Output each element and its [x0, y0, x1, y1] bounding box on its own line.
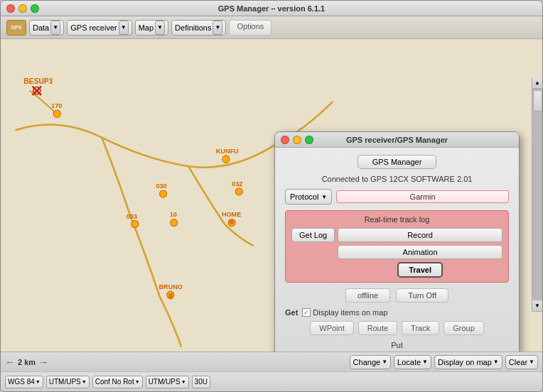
svg-text:BRUNO: BRUNO: [159, 283, 183, 290]
dialog-body: GPS Manager Connected to GPS 12CX SOFTWA…: [275, 148, 519, 352]
wpoint-get-button[interactable]: WPoint: [310, 321, 353, 335]
datum-dropdown[interactable]: WGS 84 ▼: [5, 376, 43, 388]
get-buttons-row: WPoint Route Track Group: [285, 321, 509, 335]
svg-point-9: [160, 190, 167, 197]
change-dropdown[interactable]: Change ▼: [350, 355, 391, 369]
realtime-track-log-box: Real-time track log Get Log Record Anima…: [285, 210, 509, 283]
rtl-title: Real-time track log: [291, 215, 502, 224]
svg-point-13: [131, 221, 139, 228]
svg-text:033: 033: [127, 213, 137, 220]
rtl-buttons: Get Log Record Animation Travel: [291, 228, 502, 278]
datum-arrow: ▼: [36, 379, 41, 384]
svg-point-7: [222, 156, 230, 163]
scroll-down-arrow[interactable]: ▼: [532, 300, 543, 312]
dialog-title-bar: GPS receiver/GPS Manager: [275, 132, 519, 148]
get-row: Get ✓ Display items on map: [285, 308, 509, 317]
svg-text:032: 032: [232, 180, 242, 187]
dialog-title: GPS receiver/GPS Manager: [346, 136, 448, 144]
group-get-button[interactable]: Group: [443, 321, 484, 335]
scale-right-arrow: →: [38, 356, 48, 368]
scale-bar: ← 2 km → Change ▼ Locate ▼ Display on ma…: [1, 352, 542, 371]
svg-point-15: [171, 219, 178, 227]
protocol-row: Protocol ▼ Garmin: [285, 189, 509, 205]
maximize-button[interactable]: [31, 4, 39, 13]
map-area[interactable]: BESUP3 170 KUNFU 030 032: [1, 39, 542, 352]
record-button[interactable]: Record: [338, 228, 502, 242]
close-button[interactable]: [6, 4, 15, 13]
scale-bar-content: ← 2 km →: [5, 356, 347, 368]
main-window: GPS Manager – version 6.1.1 GPS Data ▼ G…: [0, 0, 543, 392]
coord-arrow: ▼: [82, 379, 87, 384]
dialog-gps-manager: GPS receiver/GPS Manager GPS Manager Con…: [274, 131, 520, 352]
svg-text:KUNFU: KUNFU: [216, 148, 239, 155]
put-label: Put: [285, 341, 509, 349]
coord2-dropdown[interactable]: UTM/UPS ▼: [146, 376, 189, 388]
protocol-arrow: ▼: [321, 194, 327, 200]
display-on-map-dropdown[interactable]: Display on map ▼: [434, 355, 502, 369]
scale-left-arrow: ←: [5, 356, 15, 368]
gps-manager-button[interactable]: GPS Manager: [357, 155, 437, 169]
svg-rect-21: [169, 293, 173, 299]
protocol-value: Garmin: [336, 190, 509, 203]
coord-dropdown[interactable]: UTM/UPS ▼: [46, 376, 90, 388]
map-scrollbar[interactable]: ▲ ▼: [532, 77, 542, 312]
clear-dropdown[interactable]: Clear ▼: [505, 355, 538, 369]
locate-dropdown[interactable]: Locate ▼: [394, 355, 431, 369]
dialog-maximize-button[interactable]: [305, 136, 313, 144]
clear-arrow: ▼: [529, 359, 534, 365]
gps-receiver-arrow[interactable]: ▼: [119, 21, 129, 35]
scroll-thumb[interactable]: [533, 90, 542, 111]
get-label: Get: [285, 308, 298, 317]
data-arrow[interactable]: ▼: [50, 21, 60, 35]
track-get-button[interactable]: Track: [402, 321, 439, 335]
definitions-arrow[interactable]: ▼: [213, 21, 222, 35]
svg-text:BESUP3: BESUP3: [24, 77, 53, 85]
route-get-button[interactable]: Route: [358, 321, 397, 335]
traffic-lights: [6, 4, 39, 13]
rtl-right-buttons: Record Animation Travel: [338, 228, 502, 278]
title-bar: GPS Manager – version 6.1.1: [1, 1, 542, 16]
app-logo: GPS: [6, 20, 26, 36]
svg-text:030: 030: [156, 183, 166, 190]
svg-point-5: [53, 110, 60, 117]
conf-dropdown[interactable]: Conf No Rot ▼: [92, 376, 143, 388]
scale-distance: 2 km: [18, 358, 36, 366]
display-items-label: ✓ Display items on map: [302, 308, 387, 317]
coord2-arrow: ▼: [181, 379, 186, 384]
svg-point-11: [235, 188, 242, 195]
gps-receiver-dropdown[interactable]: GPS receiver ▼: [67, 20, 131, 36]
svg-text:170: 170: [51, 102, 62, 109]
change-arrow: ▼: [382, 359, 387, 365]
display-on-map-arrow: ▼: [493, 359, 499, 365]
options-button[interactable]: Options: [229, 20, 272, 36]
definitions-dropdown[interactable]: Definitions ▼: [171, 20, 226, 36]
protocol-dropdown[interactable]: Protocol ▼: [285, 189, 332, 205]
rtl-left-buttons: Get Log: [291, 228, 335, 242]
display-items-checkbox[interactable]: ✓: [302, 308, 311, 317]
conf-arrow: ▼: [135, 379, 140, 384]
svg-rect-18: [230, 220, 234, 224]
minimize-button[interactable]: [18, 4, 27, 13]
offline-row: offline Turn Off: [285, 288, 509, 303]
map-dropdown[interactable]: Map ▼: [135, 20, 168, 36]
dialog-close-button[interactable]: [281, 136, 289, 144]
window-title: GPS Manager – version 6.1.1: [218, 4, 325, 13]
svg-text:HOME: HOME: [222, 211, 241, 218]
get-log-button[interactable]: Get Log: [291, 228, 335, 242]
dialog-minimize-button[interactable]: [293, 136, 301, 144]
offline-button[interactable]: offline: [345, 288, 390, 303]
put-section: Put WPoint ▼ Route ▼ Track ▼: [285, 341, 509, 352]
turn-off-button[interactable]: Turn Off: [396, 288, 448, 303]
map-arrow[interactable]: ▼: [155, 21, 165, 35]
data-dropdown[interactable]: Data ▼: [29, 20, 64, 36]
scroll-up-arrow[interactable]: ▲: [532, 77, 543, 89]
toolbar: GPS Data ▼ GPS receiver ▼ Map ▼ Definiti…: [1, 16, 542, 39]
svg-text:10: 10: [170, 211, 177, 218]
dialog-traffic-lights: [281, 136, 313, 144]
locate-arrow: ▼: [422, 359, 428, 365]
travel-button[interactable]: Travel: [397, 262, 443, 278]
animation-button[interactable]: Animation: [338, 245, 502, 259]
zone-field[interactable]: 30U: [192, 376, 210, 388]
connected-status: Connected to GPS 12CX SOFTWARE 2.01: [285, 175, 509, 183]
scroll-track: [532, 89, 542, 300]
